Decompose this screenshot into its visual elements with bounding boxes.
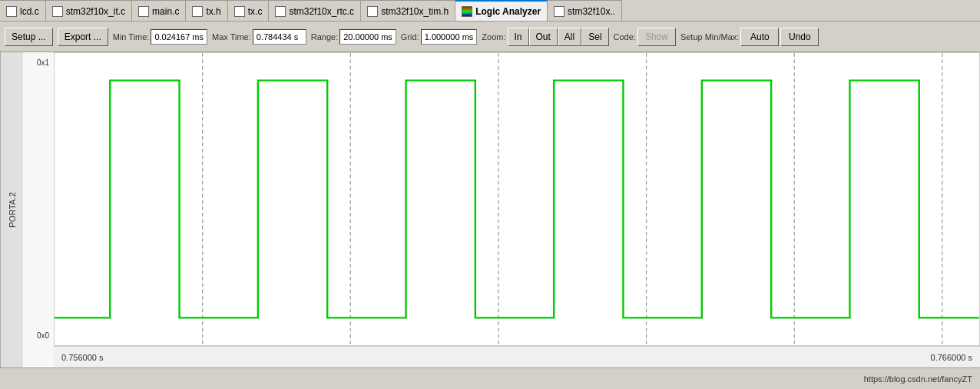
file-icon xyxy=(554,6,564,17)
setup-button[interactable]: Setup ... xyxy=(5,28,53,46)
tab-main[interactable]: main.c xyxy=(132,0,186,22)
waveform-container[interactable] xyxy=(54,52,980,346)
tab-label: stm32f10x_it.c xyxy=(66,6,125,17)
tab-logic-analyzer[interactable]: Logic Analyzer xyxy=(455,0,548,22)
channel-label: PORTA.2 xyxy=(0,52,23,367)
x-time-left: 0.756000 s xyxy=(61,353,103,362)
x-axis: 0.756000 s 0.766000 s xyxy=(54,346,980,367)
file-icon xyxy=(367,6,378,17)
grid-label: Grid: xyxy=(401,32,419,42)
zoom-buttons: In Out All Sel xyxy=(508,28,609,46)
max-time-value: 0.784434 s xyxy=(253,29,306,45)
setup-minmax-group: Setup Min/Max: Auto Undo xyxy=(680,28,819,46)
tab-label: tx.h xyxy=(206,6,220,17)
range-label: Range: xyxy=(311,32,338,42)
range-value: 20.00000 ms xyxy=(339,29,396,45)
status-bar: https://blog.csdn.net/fancyZT xyxy=(0,367,980,389)
code-group: Code: Show xyxy=(614,28,676,46)
max-time-label: Max Time: xyxy=(212,32,251,42)
tab-stm32f10x2[interactable]: stm32f10x.. xyxy=(548,0,622,22)
tab-label: stm32f10x_rtc.c xyxy=(289,6,354,17)
code-label: Code: xyxy=(614,32,636,42)
status-url: https://blog.csdn.net/fancyZT xyxy=(864,374,972,384)
zoom-out-button[interactable]: Out xyxy=(529,28,558,46)
zoom-group: Zoom: In Out All Sel xyxy=(482,28,608,46)
file-icon xyxy=(52,6,63,17)
zoom-label: Zoom: xyxy=(482,32,505,42)
waveform-svg xyxy=(55,53,979,345)
tab-stm32f10x-rtc[interactable]: stm32f10x_rtc.c xyxy=(269,0,361,22)
x-time-right: 0.766000 s xyxy=(931,353,972,362)
signal-area[interactable]: 0x1 0x0 0.756000 s 0.766000 s xyxy=(23,52,980,367)
tab-stm32f10x-tim[interactable]: stm32f10x_tim.h xyxy=(361,0,455,22)
file-icon xyxy=(138,6,149,17)
auto-button[interactable]: Auto xyxy=(740,28,779,46)
svg-rect-0 xyxy=(55,53,979,345)
grid-group: Grid: 1.000000 ms xyxy=(401,29,477,45)
file-icon xyxy=(192,6,203,17)
y-high-marker: 0x1 xyxy=(25,58,52,67)
tab-label: stm32f10x.. xyxy=(568,6,615,17)
tab-lcd[interactable]: lcd.c xyxy=(0,0,46,22)
tab-label: main.c xyxy=(152,6,179,17)
grid-value: 1.000000 ms xyxy=(421,29,478,45)
tab-stm32f10x-it[interactable]: stm32f10x_it.c xyxy=(46,0,132,22)
min-time-group: Min Time: 0.024167 ms xyxy=(113,29,207,45)
export-button[interactable]: Export ... xyxy=(58,28,108,46)
zoom-sel-button[interactable]: Sel xyxy=(581,28,608,46)
tab-label: lcd.c xyxy=(20,6,39,17)
tab-label: tx.c xyxy=(248,6,263,17)
tab-label: stm32f10x_tim.h xyxy=(381,6,449,17)
tab-bar: lcd.c stm32f10x_it.c main.c tx.h tx.c st… xyxy=(0,0,980,22)
undo-button[interactable]: Undo xyxy=(780,28,819,46)
y-low-marker: 0x0 xyxy=(25,331,52,340)
min-time-value: 0.024167 ms xyxy=(151,29,207,45)
min-time-label: Min Time: xyxy=(113,32,150,42)
toolbar: Setup ... Export ... Min Time: 0.024167 … xyxy=(0,22,980,52)
zoom-in-button[interactable]: In xyxy=(508,28,529,46)
tab-tx-c[interactable]: tx.c xyxy=(228,0,270,22)
y-axis: 0x1 0x0 xyxy=(23,52,54,346)
file-icon xyxy=(275,6,286,17)
range-group: Range: 20.00000 ms xyxy=(311,29,396,45)
tab-tx-h[interactable]: tx.h xyxy=(186,0,227,22)
setup-minmax-label: Setup Min/Max: xyxy=(680,32,739,42)
tab-label: Logic Analyzer xyxy=(475,6,541,17)
max-time-group: Max Time: 0.784434 s xyxy=(212,29,306,45)
file-icon xyxy=(234,6,245,17)
file-icon xyxy=(6,6,17,17)
main-area: PORTA.2 0x1 0x0 0.75 xyxy=(0,52,980,367)
logic-analyzer-icon xyxy=(462,6,472,17)
zoom-all-button[interactable]: All xyxy=(558,28,581,46)
show-button[interactable]: Show xyxy=(637,28,676,46)
